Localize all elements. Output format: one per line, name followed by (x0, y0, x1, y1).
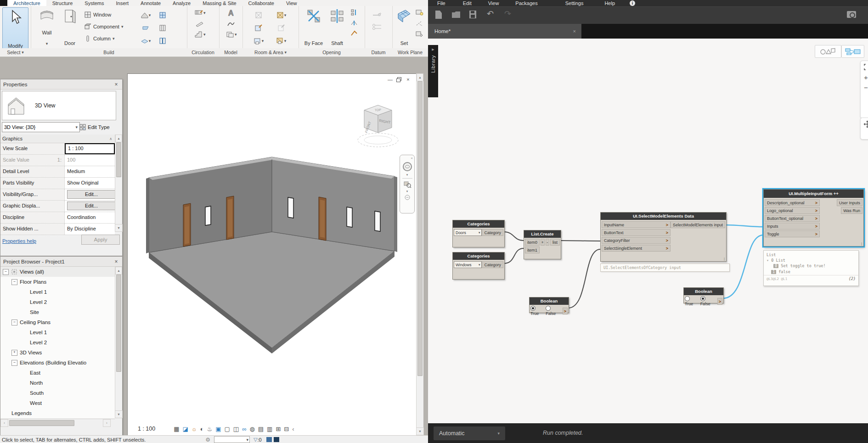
room-separator-button[interactable] (248, 22, 269, 34)
section-graphics[interactable]: Graphics ∧ (0, 135, 115, 143)
panel-label-datum[interactable]: Datum (365, 48, 393, 56)
tree-item-east[interactable]: East (0, 368, 115, 378)
redo-icon[interactable]: ↷ (504, 9, 511, 19)
modify-button[interactable]: Modify (2, 7, 28, 50)
menu-edit[interactable]: Edit (463, 0, 472, 7)
tab-view[interactable]: View (280, 0, 303, 6)
column-button[interactable]: Column ▾ (84, 33, 123, 45)
tab-analyze[interactable]: Analyze (167, 0, 197, 6)
view-selector-dropdown[interactable]: 3D View: {3D} ▾ (2, 122, 80, 132)
node-title[interactable]: Categories (453, 220, 504, 228)
expander-icon[interactable]: + (11, 350, 17, 356)
viewcube[interactable]: TOP FRONT RIGHT (355, 98, 401, 151)
door-button[interactable]: Door (60, 8, 79, 46)
tree-item-north[interactable]: North (0, 378, 115, 388)
prop-row-discipline[interactable]: Discipline Coordination (0, 212, 115, 224)
select-toggle-icon[interactable] (274, 437, 279, 442)
filter-icon[interactable]: ▽ (254, 437, 257, 443)
sun-path-icon[interactable]: ☼ (192, 426, 197, 432)
node-boolean-true[interactable]: Boolean True False > (529, 297, 569, 313)
panel-label-model[interactable]: Model (219, 48, 243, 56)
prop-row-parts-visibility[interactable]: Parts Visibility Show Original (0, 178, 115, 189)
mullion-button[interactable] (156, 34, 169, 47)
menu-file[interactable]: File (437, 0, 445, 7)
expander-icon[interactable]: − (11, 279, 17, 285)
port-in-description[interactable]: Description_optional> (765, 199, 820, 206)
fit-view-icon[interactable] (864, 64, 868, 70)
wheel-dropdown-icon[interactable]: ▾ (406, 173, 408, 177)
displaced-elements-icon[interactable]: ▥ (267, 426, 272, 432)
wire-doors-to-list[interactable] (504, 232, 524, 241)
prop-row-detail-level[interactable]: Detail Level Medium (0, 166, 115, 178)
tab-annotate[interactable]: Annotate (135, 0, 167, 6)
library-panel-tab[interactable]: ▶ Library (428, 45, 438, 97)
navbar-collapse-icon[interactable] (405, 195, 410, 200)
node-categories-windows[interactable]: Categories Windows ▾ Category (452, 252, 505, 280)
resize-handle[interactable]: | (724, 257, 725, 261)
tab-architecture[interactable]: Architecture (7, 0, 46, 6)
port-in-toggle[interactable]: Toggle> (765, 230, 820, 237)
remove-input-button[interactable]: - (546, 239, 550, 246)
viewport-vscrollbar[interactable]: ▲ ▼ (416, 73, 423, 435)
navigation-bar[interactable]: × ▾ ▾ (400, 155, 415, 213)
wire-windows-to-list[interactable] (504, 248, 524, 264)
prop-row-show-hidden[interactable]: Show Hidden ... By Discipline (0, 224, 115, 235)
panel-label-select[interactable]: Select ▾ (0, 48, 31, 56)
show-work-plane-button[interactable] (415, 9, 423, 16)
port-in-buttontext[interactable]: ButtonText> (602, 229, 671, 236)
properties-close-icon[interactable]: × (113, 81, 119, 88)
scroll-thumb[interactable] (116, 142, 121, 177)
port-in-inputs[interactable]: Inputs> (765, 223, 820, 230)
curtain-system-button[interactable] (156, 9, 169, 22)
node-title[interactable]: Boolean (684, 288, 723, 295)
radio-false[interactable]: False (700, 296, 716, 306)
area-boundary-button[interactable] (269, 22, 293, 34)
tree-item-legends[interactable]: Legends (0, 408, 115, 418)
properties-help-link[interactable]: Properties help (2, 236, 36, 245)
scroll-thumb[interactable] (9, 420, 74, 426)
shadows-icon[interactable]: ◐ (200, 426, 204, 432)
port-out-selectmodelelements[interactable]: SelectModelElements input (671, 221, 725, 228)
port-out-bool[interactable]: > (717, 298, 722, 305)
tab-massing-site[interactable]: Massing & Site (197, 0, 242, 6)
minimize-icon[interactable]: — (387, 77, 394, 82)
node-title[interactable]: Categories (453, 252, 504, 260)
node-title[interactable]: UI.SelectModelElements Data (601, 213, 726, 220)
model-text-button[interactable]: A (225, 9, 237, 17)
window-3[interactable] (347, 207, 352, 227)
radio-true[interactable]: True (685, 296, 699, 306)
scroll-thumb[interactable] (116, 275, 121, 372)
port-in-categoryfilter[interactable]: CategoryFilter> (602, 237, 671, 244)
ref-plane-button[interactable] (415, 20, 423, 27)
model-group-button[interactable]: ▾ (225, 31, 237, 38)
edit-type-button[interactable]: Edit Type (79, 122, 110, 132)
port-out-category[interactable]: Category (482, 229, 503, 236)
tab-collaborate[interactable]: Collaborate (242, 0, 280, 6)
viewer-button[interactable] (415, 31, 423, 38)
design-options-dropdown[interactable]: ▾ (214, 436, 250, 443)
roof-button[interactable]: ▾ (135, 9, 156, 22)
node-select-model-elements[interactable]: UI.SelectModelElements Data InputName> B… (600, 212, 727, 262)
scroll-down-icon[interactable]: ▼ (115, 224, 123, 232)
panel-label-circulation[interactable]: Circulation (187, 48, 220, 56)
port-in-logo[interactable]: Logo_optional> (765, 207, 820, 214)
cube-top-label[interactable]: TOP (374, 108, 381, 112)
show-constraints-icon[interactable]: ⊞ (276, 426, 281, 432)
form-output-preview[interactable]: List ▾ 0 List 0 Set toggle to true! 1 fa… (763, 250, 859, 286)
tree-item-views-all[interactable]: − Views (all) (0, 267, 115, 277)
view-scale-button[interactable]: 1 : 100 (138, 426, 155, 432)
scroll-left-icon[interactable]: ‹ (0, 419, 8, 427)
graphic-display-edit-button[interactable]: Edit... (67, 202, 115, 210)
show-crop-region-icon[interactable]: ▢ (225, 426, 230, 432)
resize-handle[interactable]: | (861, 241, 862, 246)
node-multiple-input-form[interactable]: UI.MultipleInputForm ++ Description_opti… (763, 189, 864, 247)
window-2[interactable] (288, 197, 293, 218)
tree-item-floor-plans[interactable]: −Floor Plans (0, 277, 115, 287)
dormer-opening-button[interactable] (350, 30, 358, 36)
tag-area-button[interactable]: ▾ (269, 34, 293, 47)
node-title[interactable]: UI.MultipleInputForm ++ (764, 190, 863, 198)
tab-systems[interactable]: Systems (79, 0, 110, 6)
port-out-bool[interactable]: > (563, 308, 568, 314)
collapse-bar-icon[interactable]: ‹ (292, 426, 294, 432)
tree-item-south[interactable]: South (0, 388, 115, 398)
